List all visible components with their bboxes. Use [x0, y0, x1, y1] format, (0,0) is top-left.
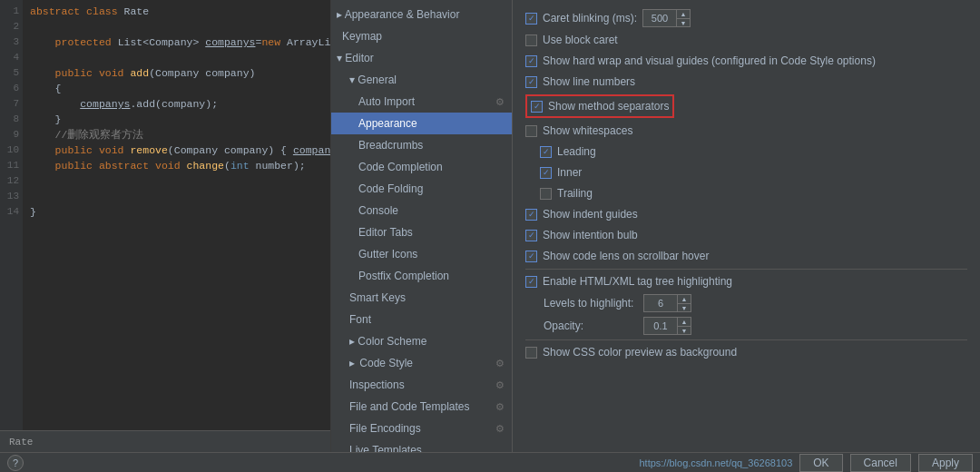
code-line: //删除观察者方法 [30, 127, 323, 143]
trailing-row: Trailing [525, 185, 967, 202]
leading-row: Leading [525, 143, 967, 160]
html-highlight-checkbox[interactable] [525, 276, 537, 288]
cancel-button[interactable]: Cancel [850, 454, 911, 472]
code-editor-panel: 1 2 3 4 5 6 7 8 9 10 11 12 13 14 abstrac… [0, 0, 331, 452]
arrow-icon: ▾ [337, 52, 342, 64]
inner-checkbox[interactable] [540, 167, 552, 179]
caret-blinking-checkbox[interactable] [525, 13, 537, 25]
opacity-row: Opacity: ▲ ▼ [544, 317, 967, 335]
caret-blinking-down[interactable]: ▼ [677, 18, 690, 26]
show-hard-wrap-checkbox[interactable] [525, 55, 537, 67]
sidebar-item-font[interactable]: Font [331, 309, 512, 330]
help-button[interactable]: ? [7, 455, 24, 471]
opacity-input[interactable] [644, 318, 677, 334]
caret-blinking-up[interactable]: ▲ [677, 10, 690, 18]
levels-input[interactable] [644, 295, 677, 311]
html-highlight-row: Enable HTML/XML tag tree highlighting [525, 273, 967, 290]
gear-icon: ⚙ [495, 93, 505, 110]
ok-button[interactable]: OK [799, 454, 842, 472]
show-hard-wrap-row: Show hard wrap and visual guides (config… [525, 53, 967, 69]
sidebar-item-file-code-templates[interactable]: File and Code Templates ⚙ [331, 396, 512, 418]
inspections-label: Inspections [349, 377, 405, 393]
class-name-label: Rate [9, 437, 33, 447]
show-method-sep-checkbox[interactable] [531, 101, 543, 113]
sidebar-item-editor[interactable]: ▾ Editor [331, 47, 512, 69]
url-label: https://blog.csdn.net/qq_36268103 [639, 457, 792, 468]
inner-row: Inner [525, 164, 967, 181]
sidebar-item-keymap[interactable]: Keymap [331, 25, 512, 47]
show-whitespaces-label: Show whitespaces [543, 123, 632, 139]
show-code-lens-label: Show code lens on scrollbar hover [543, 248, 709, 264]
show-line-numbers-row: Show line numbers [525, 74, 967, 90]
sidebar-item-editor-tabs[interactable]: Editor Tabs [331, 221, 512, 243]
code-content: 1 2 3 4 5 6 7 8 9 10 11 12 13 14 abstrac… [0, 0, 330, 430]
levels-up[interactable]: ▲ [678, 295, 691, 303]
sidebar-item-appearance-behavior[interactable]: ▸ Appearance & Behavior [331, 4, 512, 25]
levels-spinners: ▲ ▼ [677, 295, 691, 311]
caret-blinking-spinners: ▲ ▼ [676, 10, 690, 26]
show-code-lens-checkbox[interactable] [525, 251, 537, 262]
sidebar-item-appearance[interactable]: Appearance [331, 113, 512, 134]
code-line: } [30, 204, 323, 220]
levels-input-wrap: ▲ ▼ [643, 294, 691, 312]
sidebar-item-code-completion[interactable]: Code Completion [331, 156, 512, 178]
sidebar-item-console[interactable]: Console [331, 200, 512, 221]
trailing-checkbox[interactable] [540, 188, 552, 200]
show-hard-wrap-label: Show hard wrap and visual guides (config… [543, 53, 876, 69]
auto-import-label: Auto Import [358, 93, 415, 110]
main-container: 1 2 3 4 5 6 7 8 9 10 11 12 13 14 abstrac… [0, 0, 980, 452]
code-line: } [30, 112, 323, 127]
show-whitespaces-checkbox[interactable] [525, 125, 537, 137]
divider [525, 269, 967, 270]
sidebar-item-code-folding[interactable]: Code Folding [331, 178, 512, 200]
file-templates-label: File and Code Templates [349, 398, 470, 415]
css-color-preview-label: Show CSS color preview as background [543, 344, 737, 360]
sidebar-item-gutter-icons[interactable]: Gutter Icons [331, 243, 512, 265]
caret-blinking-input-wrap: ▲ ▼ [642, 9, 691, 27]
sidebar-item-inspections[interactable]: Inspections ⚙ [331, 374, 512, 396]
opacity-up[interactable]: ▲ [678, 318, 691, 326]
sidebar-item-smart-keys[interactable]: Smart Keys [331, 287, 512, 309]
use-block-caret-checkbox[interactable] [525, 34, 537, 46]
sidebar-item-code-style[interactable]: ▸ Code Style ⚙ [331, 352, 512, 374]
sidebar-item-general[interactable]: ▾ General [331, 69, 512, 91]
bottom-right: https://blog.csdn.net/qq_36268103 OK Can… [639, 454, 973, 472]
code-footer: Rate [0, 430, 330, 452]
show-intention-bulb-checkbox[interactable] [525, 230, 537, 241]
caret-blinking-input[interactable] [643, 10, 676, 26]
file-encodings-label: File Encodings [349, 420, 421, 437]
divider2 [525, 339, 967, 340]
show-line-numbers-checkbox[interactable] [525, 76, 537, 88]
use-block-caret-label: Use block caret [543, 32, 618, 48]
code-line: public abstract void change(int number); [30, 158, 323, 173]
show-line-numbers-label: Show line numbers [543, 74, 635, 90]
code-line: abstract class Rate [30, 4, 323, 19]
show-method-sep-highlight: Show method separators [525, 94, 674, 118]
use-block-caret-row: Use block caret [525, 32, 967, 48]
show-method-sep-row: Show method separators [525, 94, 967, 118]
gear-icon: ⚙ [495, 355, 505, 371]
leading-checkbox[interactable] [540, 146, 552, 158]
apply-button[interactable]: Apply [918, 454, 973, 472]
code-line: public void remove(Company company) { co… [30, 143, 323, 158]
sidebar-item-file-encodings[interactable]: File Encodings ⚙ [331, 418, 512, 439]
show-indent-guides-checkbox[interactable] [525, 209, 537, 221]
levels-down[interactable]: ▼ [678, 303, 691, 311]
opacity-down[interactable]: ▼ [678, 326, 691, 334]
code-line: protected List<Company> companys=new Arr… [30, 34, 323, 50]
sidebar-item-color-scheme[interactable]: ▸ Color Scheme [331, 330, 512, 352]
settings-panel: ▸ Appearance & Behavior Keymap ▾ Editor … [331, 0, 980, 452]
line-numbers: 1 2 3 4 5 6 7 8 9 10 11 12 13 14 [0, 0, 23, 430]
show-intention-bulb-label: Show intention bulb [543, 227, 638, 243]
opacity-spinners: ▲ ▼ [677, 318, 691, 334]
opacity-input-wrap: ▲ ▼ [643, 317, 691, 335]
sidebar-item-auto-import[interactable]: Auto Import ⚙ [331, 91, 512, 113]
sidebar-item-postfix-completion[interactable]: Postfix Completion [331, 265, 512, 287]
show-code-lens-row: Show code lens on scrollbar hover [525, 248, 967, 264]
css-color-preview-checkbox[interactable] [525, 347, 537, 359]
opacity-label: Opacity: [544, 320, 643, 332]
arrow-icon: ▸ [337, 8, 342, 21]
sidebar-item-live-templates[interactable]: Live Templates [331, 439, 512, 452]
code-line: public void add(Company company) [30, 65, 323, 81]
sidebar-item-breadcrumbs[interactable]: Breadcrumbs [331, 134, 512, 156]
